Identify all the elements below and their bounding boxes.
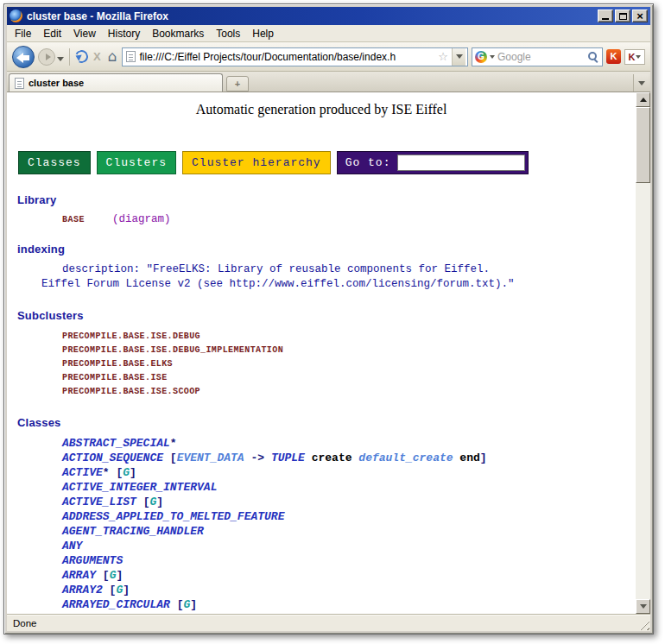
status-text: Done [13, 618, 37, 628]
menu-help[interactable]: Help [246, 26, 280, 41]
title-bar[interactable]: cluster base - Mozilla Firefox × [7, 7, 650, 25]
page-content: Automatic generation produced by ISE Eif… [7, 92, 650, 614]
new-tab-button[interactable]: + [226, 76, 249, 92]
class-link[interactable]: ACTIVE* [G] [62, 465, 636, 480]
classes-heading: Classes [17, 416, 636, 429]
page-banner: Automatic generation produced by ISE Eif… [7, 102, 636, 117]
addon-k-dropdown-button[interactable]: K [624, 49, 645, 65]
class-link[interactable]: ACTION_SEQUENCE [EVENT_DATA -> TUPLE cre… [62, 451, 636, 465]
class-link[interactable]: ARRAY [G] [62, 568, 636, 583]
window-title: cluster base - Mozilla Firefox [27, 10, 598, 22]
address-bar[interactable]: file:///C:/Eiffel Projects/tour/Document… [122, 47, 468, 66]
menu-view[interactable]: View [67, 26, 102, 41]
url-text[interactable]: file:///C:/Eiffel Projects/tour/Document… [139, 51, 434, 63]
page-icon [126, 51, 136, 62]
navigation-toolbar: X ⌂ file:///C:/Eiffel Projects/tour/Docu… [7, 42, 650, 72]
search-box[interactable]: G Google [472, 47, 603, 66]
class-link[interactable]: ABSTRACT_SPECIAL* [62, 436, 636, 451]
class-link[interactable]: ARRAY2 [G] [62, 583, 636, 597]
class-link[interactable]: ARGUMENTS [62, 553, 636, 568]
chevron-down-icon [638, 81, 645, 85]
indexing-heading: indexing [17, 243, 636, 256]
list-all-tabs-button[interactable] [633, 74, 649, 92]
minimize-icon [602, 18, 609, 20]
resize-grip[interactable] [638, 619, 649, 630]
reload-icon[interactable] [73, 48, 90, 65]
minimize-button[interactable] [598, 9, 613, 22]
scrollbar-thumb[interactable] [636, 107, 650, 183]
class-link[interactable]: AGENT_TRACING_HANDLER [62, 524, 636, 539]
library-line: BASE (diagram) [62, 213, 636, 225]
chevron-down-icon [636, 55, 641, 59]
class-link[interactable]: ACTIVE_LIST [G] [62, 495, 636, 509]
class-link[interactable]: ADDRESS_APPLIED_TO_MELTED_FEATURE [62, 509, 636, 524]
scroll-up-button[interactable] [636, 92, 650, 107]
forward-button[interactable] [38, 48, 55, 66]
goto-box: Go to: [337, 151, 529, 174]
scroll-down-button[interactable] [636, 599, 650, 614]
indexing-description-line: Eiffel Forum License v2 (see http://www.… [41, 277, 636, 292]
document-area: Automatic generation produced by ISE Eif… [7, 92, 636, 614]
tab-page-icon [15, 78, 24, 89]
tab-label: cluster base [28, 78, 84, 88]
subcluster-link[interactable]: PRECOMPILE.BASE.ISE.SCOOP [62, 385, 636, 399]
library-name-link[interactable]: BASE [62, 215, 85, 224]
subclusters-heading: Subclusters [17, 309, 636, 322]
url-dropdown-button[interactable] [452, 48, 466, 66]
close-button[interactable]: × [632, 9, 648, 22]
menu-edit[interactable]: Edit [37, 26, 67, 41]
addon-k-icon[interactable]: K [606, 49, 621, 64]
arrow-down-icon [640, 604, 647, 609]
home-icon[interactable]: ⌂ [106, 49, 119, 64]
classes-button[interactable]: Classes [18, 151, 91, 174]
classes-list: ABSTRACT_SPECIAL*ACTION_SEQUENCE [EVENT_… [62, 436, 636, 614]
cluster-hierarchy-button[interactable]: Cluster hierarchy [182, 151, 331, 174]
class-link[interactable]: ARRAYED_CIRCULAR [G] [62, 597, 636, 612]
stop-icon[interactable]: X [92, 51, 103, 62]
diagram-link[interactable]: (diagram) [112, 213, 171, 225]
vertical-scrollbar[interactable] [636, 92, 650, 614]
bookmark-star-icon[interactable]: ☆ [438, 51, 448, 62]
menu-file[interactable]: File [9, 26, 37, 41]
toolbar-separator [69, 48, 70, 66]
menu-bar: FileEditViewHistoryBookmarksToolsHelp [7, 25, 650, 42]
status-bar: Done [7, 614, 650, 631]
clusters-button[interactable]: Clusters [97, 151, 176, 174]
history-dropdown-icon[interactable] [57, 49, 64, 65]
goto-label: Go to: [340, 156, 398, 169]
menu-tools[interactable]: Tools [210, 26, 246, 41]
subclusters-list: PRECOMPILE.BASE.ISE.DEBUGPRECOMPILE.BASE… [62, 330, 636, 399]
back-button[interactable] [12, 46, 35, 68]
search-engine-dropdown-icon[interactable] [490, 55, 495, 59]
firefox-icon [10, 9, 22, 22]
maximize-button[interactable] [615, 9, 630, 22]
addon-k-letter: K [629, 50, 636, 64]
subcluster-link[interactable]: PRECOMPILE.BASE.ISE.DEBUG_IMPLEMENTATION [62, 344, 636, 357]
class-link[interactable]: ACTIVE_INTEGER_INTERVAL [62, 480, 636, 495]
tab-cluster-base[interactable]: cluster base [9, 73, 223, 92]
goto-input[interactable] [397, 155, 525, 171]
doc-nav-buttons: Classes Clusters Cluster hierarchy Go to… [18, 151, 636, 174]
arrow-up-icon [640, 98, 647, 102]
tab-bar: cluster base + [7, 72, 650, 92]
library-heading: Library [17, 193, 636, 206]
search-input[interactable]: Google [497, 51, 584, 63]
browser-window: cluster base - Mozilla Firefox × FileEdi… [3, 3, 654, 635]
subcluster-link[interactable]: PRECOMPILE.BASE.ISE [62, 371, 636, 385]
chevron-down-icon [456, 54, 463, 59]
subcluster-link[interactable]: PRECOMPILE.BASE.ISE.DEBUG [62, 330, 636, 344]
maximize-icon [619, 13, 627, 20]
indexing-description-line: description: "FreeELKS: Library of reusa… [62, 262, 636, 277]
menu-bookmarks[interactable]: Bookmarks [146, 26, 210, 41]
close-icon: × [636, 10, 643, 22]
menu-history[interactable]: History [102, 26, 146, 41]
class-link[interactable]: ANY [62, 539, 636, 553]
google-icon[interactable]: G [475, 51, 487, 63]
subcluster-link[interactable]: PRECOMPILE.BASE.ELKS [62, 357, 636, 371]
search-magnifier-icon[interactable] [586, 50, 599, 63]
